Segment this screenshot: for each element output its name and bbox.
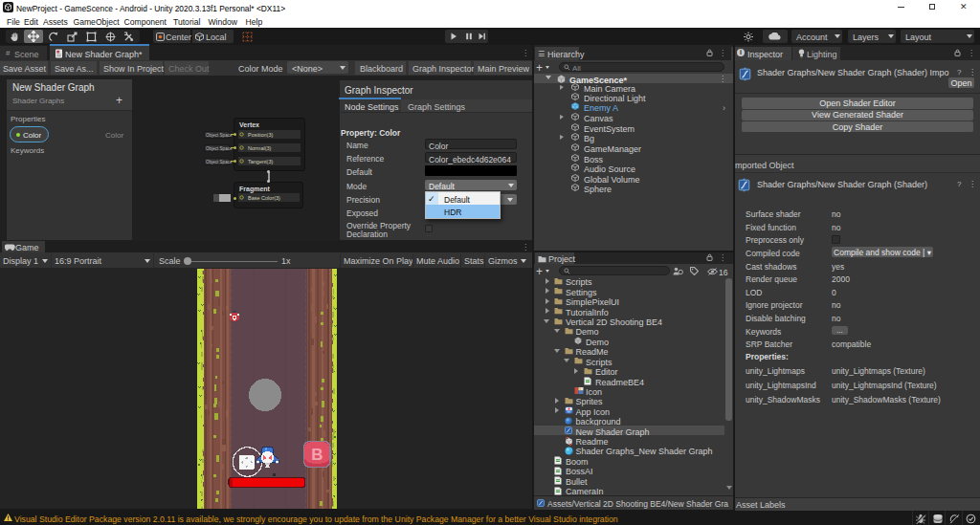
svg-text:B: B bbox=[311, 446, 323, 464]
